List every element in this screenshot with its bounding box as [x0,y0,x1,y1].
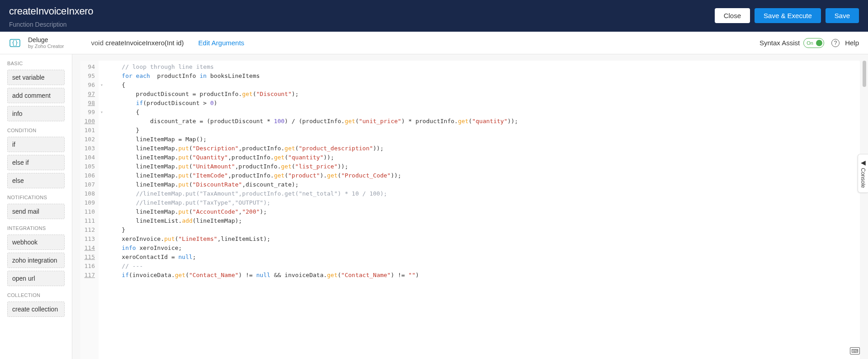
line-number[interactable]: 95 [83,72,95,81]
line-number[interactable]: 107 [83,180,95,189]
line-number[interactable]: 114 [83,244,95,253]
code-line[interactable]: lineItemMap.put("UnitAmount",productInfo… [108,162,860,171]
snippet-create-collection[interactable]: create collection [7,302,65,317]
line-number[interactable]: 116 [83,262,95,271]
code-line[interactable]: lineItemMap.put("ItemCode",productInfo.g… [108,171,860,180]
code-line[interactable]: // --- [108,262,860,271]
deluge-logo-icon: {} [8,36,22,50]
svg-text:{}: {} [12,40,18,46]
snippet-add-comment[interactable]: add comment [7,88,65,103]
line-number[interactable]: 97 [83,90,95,99]
fold-column: ▾▾ [99,61,105,359]
line-number[interactable]: 113 [83,235,95,244]
code-line[interactable]: //lineItemMap.put("TaxType","OUTPUT"); [108,198,860,207]
code-content[interactable]: // loop through line items for each prod… [105,61,860,359]
code-line[interactable]: xeroInvoice.put("LineItems",lineItemList… [108,235,860,244]
snippet-if[interactable]: if [7,137,65,152]
snippet-send-mail[interactable]: send mail [7,204,65,219]
line-number[interactable]: 96 [83,81,95,90]
code-line[interactable]: discount_rate = (productDiscount * 100) … [108,117,860,126]
code-line[interactable]: { [108,108,860,117]
function-signature: void createInvoiceInxero(Int id) [91,39,184,47]
code-line[interactable]: xeroContactId = null; [108,253,860,262]
sidebar-group-title: COLLECTION [7,292,65,298]
editor-scrollbar[interactable] [863,61,866,353]
scrollbar-thumb[interactable] [863,61,866,87]
code-line[interactable]: for each productInfo in booksLineItems [108,72,860,81]
line-number[interactable]: 112 [83,225,95,235]
snippet-else[interactable]: else [7,173,65,188]
function-subtitle: Function Description [9,21,93,28]
code-line[interactable]: lineItemMap.put("DiscountRate",discount_… [108,180,860,189]
line-number[interactable]: 106 [83,171,95,180]
snippet-webhook[interactable]: webhook [7,235,65,250]
code-line[interactable]: if(productDiscount > 0) [108,99,860,108]
function-title: createInvoiceInxero [9,5,93,17]
code-line[interactable]: // loop through line items [108,62,860,72]
snippet-sidebar: BASICset variableadd commentinfoCONDITIO… [0,54,72,359]
line-number[interactable]: 101 [83,126,95,135]
code-line[interactable]: if(invoiceData.get("Contact_Name") != nu… [108,271,860,280]
keyboard-icon[interactable] [850,347,860,354]
sidebar-group-title: CONDITION [7,128,65,133]
code-line[interactable]: lineItemMap.put("Description",productInf… [108,144,860,153]
code-line[interactable]: lineItemMap.put("Quantity",productInfo.g… [108,153,860,162]
editor-area: 9495969798991001011021031041051061071081… [72,54,868,359]
line-number[interactable]: 105 [83,162,95,171]
syntax-assist-label: Syntax Assist [760,39,800,47]
help-icon[interactable]: ? [831,39,840,47]
snippet-set-variable[interactable]: set variable [7,70,65,85]
code-line[interactable]: { [108,81,860,90]
syntax-assist-toggle[interactable]: On [803,38,824,48]
line-number[interactable]: 104 [83,153,95,162]
line-gutter: 9495969798991001011021031041051061071081… [80,61,99,359]
line-number[interactable]: 115 [83,253,95,262]
fold-marker[interactable]: ▾ [99,108,105,117]
close-button[interactable]: Close [715,8,750,23]
line-number[interactable]: 99 [83,108,95,117]
snippet-else-if[interactable]: else if [7,155,65,170]
line-number[interactable]: 110 [83,207,95,216]
code-line[interactable]: //lineItemMap.put("TaxAmount",productInf… [108,189,860,198]
code-line[interactable]: productDiscount = productInfo.get("Disco… [108,90,860,99]
line-number[interactable]: 108 [83,189,95,198]
code-line[interactable]: lineItemMap.put("AccountCode","200"); [108,207,860,216]
sidebar-group-title: BASIC [7,61,65,66]
sidebar-group-title: NOTIFICATIONS [7,195,65,200]
snippet-zoho-integration[interactable]: zoho integration [7,253,65,268]
console-tab[interactable]: ◀ Console [858,154,868,193]
snippet-open-url[interactable]: open url [7,271,65,286]
line-number[interactable]: 102 [83,135,95,144]
fold-marker[interactable]: ▾ [99,81,105,90]
edit-arguments-link[interactable]: Edit Arguments [198,39,245,47]
code-line[interactable]: } [108,225,860,235]
code-line[interactable]: } [108,126,860,135]
code-editor[interactable]: 9495969798991001011021031041051061071081… [80,61,860,359]
subheader: {} Deluge by Zoho Creator void createInv… [0,32,868,54]
sidebar-group-title: INTEGRATIONS [7,225,65,231]
line-number[interactable]: 117 [83,271,95,280]
line-number[interactable]: 103 [83,144,95,153]
chevron-left-icon: ◀ [861,159,866,166]
line-number[interactable]: 111 [83,216,95,225]
code-line[interactable]: lineItemMap = Map(); [108,135,860,144]
code-line[interactable]: info xeroInvoice; [108,244,860,253]
header: createInvoiceInxero Function Description… [0,0,868,32]
deluge-sublabel: by Zoho Creator [28,43,64,49]
save-button[interactable]: Save [826,8,859,23]
code-line[interactable]: lineItemList.add(lineItemMap); [108,216,860,225]
deluge-label: Deluge [28,36,64,44]
help-link[interactable]: Help [845,39,859,47]
line-number[interactable]: 100 [83,117,95,126]
snippet-info[interactable]: info [7,106,65,121]
line-number[interactable]: 109 [83,198,95,207]
save-execute-button[interactable]: Save & Execute [755,8,821,23]
line-number[interactable]: 98 [83,99,95,108]
line-number[interactable]: 94 [83,62,95,72]
